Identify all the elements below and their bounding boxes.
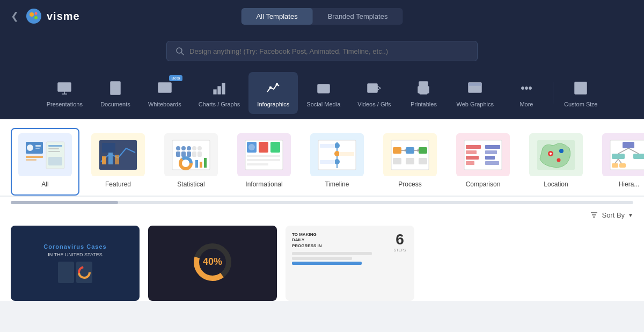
logo-area: visme	[25, 8, 80, 25]
category-printables[interactable]: Printables	[399, 72, 448, 114]
svg-rect-101	[393, 158, 401, 164]
category-presentations[interactable]: Presentations	[38, 72, 91, 114]
category-social-media[interactable]: Social Media	[298, 72, 349, 114]
category-custom-size[interactable]: Custom Size	[555, 72, 606, 114]
divider	[553, 82, 553, 104]
svg-point-62	[176, 146, 180, 150]
template-card-40[interactable]: 40%	[148, 226, 277, 301]
charts-icon	[210, 78, 229, 98]
subcat-comparison-label: Comparison	[466, 181, 501, 188]
back-button[interactable]: ❮	[11, 10, 19, 22]
svg-point-25	[323, 86, 324, 88]
category-web-graphics[interactable]: Web Graphics	[448, 72, 502, 114]
all-templates-tab[interactable]: All Templates	[241, 8, 313, 25]
scroll-indicator	[11, 201, 633, 204]
branded-templates-tab[interactable]: Branded Templates	[313, 8, 403, 25]
presentations-label: Presentations	[47, 101, 83, 107]
search-bar	[166, 41, 478, 61]
category-infographics[interactable]: Infographics	[248, 72, 298, 114]
subcat-statistical-thumb	[164, 133, 218, 176]
corona-chart	[58, 262, 92, 283]
subcat-informational[interactable]: Informational	[230, 128, 298, 196]
social-media-icon	[314, 78, 333, 98]
svg-rect-90	[320, 144, 335, 148]
subcat-timeline[interactable]: Timeline	[303, 128, 371, 196]
category-nav: Presentations Documents Beta Whiteboards	[0, 72, 644, 119]
corona-title: IN THE UNITED STATES	[48, 252, 103, 257]
svg-rect-53	[48, 148, 59, 149]
subcat-statistical[interactable]: Statistical	[157, 128, 225, 196]
printables-icon	[414, 78, 433, 98]
search-section	[0, 32, 644, 72]
svg-point-116	[557, 158, 561, 162]
svg-rect-67	[187, 151, 191, 157]
subcat-process-label: Process	[398, 181, 421, 188]
sort-chevron: ▼	[628, 212, 633, 218]
svg-rect-50	[26, 159, 36, 161]
template-card-corona[interactable]: Coronavirus Cases IN THE UNITED STATES	[11, 226, 140, 301]
logo-text: visme	[47, 10, 80, 23]
subcat-comparison[interactable]: Comparison	[449, 128, 517, 196]
videos-icon	[364, 78, 384, 98]
category-more[interactable]: More	[502, 72, 551, 114]
documents-label: Documents	[100, 101, 130, 107]
subcat-hierarchical[interactable]: Hiera...	[595, 128, 644, 196]
category-videos[interactable]: Videos / Gifs	[349, 72, 399, 114]
svg-rect-105	[466, 145, 481, 149]
svg-rect-57	[102, 143, 115, 153]
svg-point-0	[26, 9, 41, 24]
svg-point-9	[60, 85, 63, 89]
svg-point-39	[525, 87, 528, 90]
svg-rect-111	[485, 156, 495, 160]
subcat-hierarchical-thumb	[602, 133, 644, 176]
svg-point-89	[334, 159, 340, 164]
subcat-hierarchical-label: Hiera...	[619, 181, 640, 188]
subcat-location[interactable]: Location	[522, 128, 590, 196]
svg-point-21	[269, 86, 272, 89]
category-charts[interactable]: Charts / Graphs	[190, 72, 249, 114]
videos-label: Videos / Gifs	[357, 101, 391, 107]
svg-point-81	[248, 144, 255, 150]
subcat-process[interactable]: Process	[376, 128, 444, 196]
subcat-timeline-thumb	[310, 133, 364, 176]
svg-rect-69	[192, 151, 196, 157]
subcat-all-thumb	[18, 133, 72, 176]
template-card-daily[interactable]: TO MAKINGDAILYPROGRESS IN 6 STEPS	[286, 226, 414, 301]
subcat-featured[interactable]: Featured	[84, 128, 152, 196]
category-documents[interactable]: Documents	[91, 72, 140, 114]
svg-rect-74	[195, 160, 198, 168]
location-thumb-svg	[535, 138, 577, 172]
svg-rect-76	[204, 158, 207, 168]
svg-rect-127	[619, 163, 626, 168]
subcat-all-label: All	[41, 181, 48, 188]
svg-rect-36	[470, 88, 474, 91]
subcat-all[interactable]: All	[11, 128, 79, 196]
search-input[interactable]	[189, 47, 469, 55]
svg-rect-48	[35, 148, 40, 149]
svg-rect-109	[485, 145, 500, 149]
svg-text:40%: 40%	[203, 256, 222, 267]
subcat-statistical-label: Statistical	[177, 181, 204, 188]
sort-bar[interactable]: Sort By ▼	[0, 204, 644, 226]
corona-subtitle: Coronavirus Cases	[43, 243, 106, 250]
svg-point-22	[276, 83, 278, 85]
all-thumb-svg	[24, 138, 67, 172]
svg-rect-108	[466, 161, 474, 165]
subcat-timeline-label: Timeline	[325, 181, 349, 188]
custom-size-icon	[571, 78, 590, 98]
svg-rect-91	[339, 152, 354, 156]
category-whiteboards[interactable]: Beta Whiteboards	[140, 72, 190, 114]
documents-icon	[106, 78, 125, 98]
svg-point-117	[550, 153, 552, 155]
svg-point-33	[427, 89, 428, 90]
svg-point-70	[197, 146, 202, 150]
template-grid: Coronavirus Cases IN THE UNITED STATES 4…	[0, 226, 644, 301]
process-thumb-svg	[389, 138, 431, 172]
svg-point-38	[521, 87, 524, 90]
subcat-location-thumb	[529, 133, 583, 176]
svg-rect-63	[176, 151, 180, 157]
top-bar: ❮ visme All Templates Branded Templates	[0, 0, 644, 32]
sort-icon	[590, 211, 598, 219]
svg-rect-49	[26, 156, 43, 158]
forty-content: 40%	[191, 241, 234, 286]
